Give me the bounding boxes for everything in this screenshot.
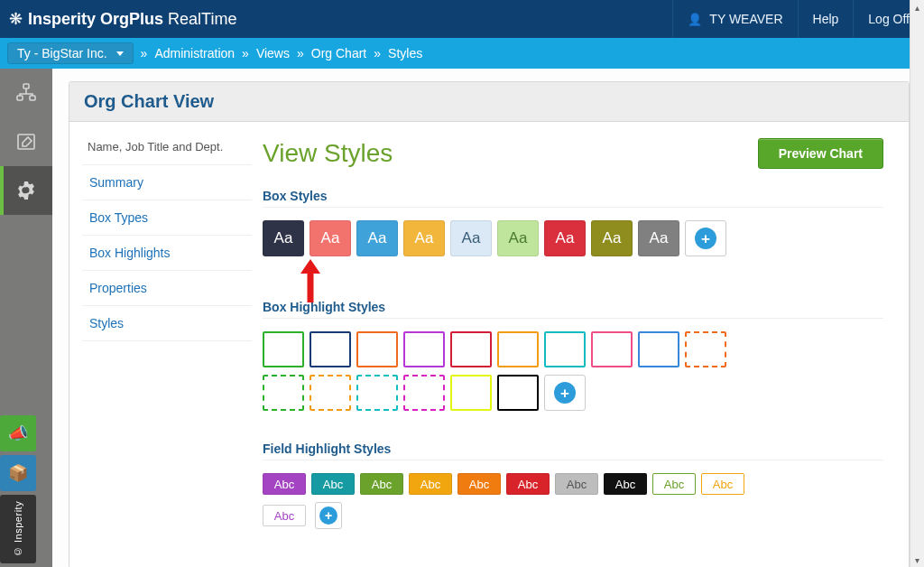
box-highlight-swatch[interactable] (263, 331, 304, 367)
box-style-swatch[interactable]: Aa (591, 220, 633, 256)
field-highlight-swatch[interactable]: Abc (409, 473, 452, 495)
box-highlight-row-1 (263, 331, 883, 367)
box-style-swatch[interactable]: Aa (310, 220, 351, 256)
box-highlight-row-2: + (263, 375, 883, 411)
box-highlight-swatch[interactable] (497, 331, 539, 367)
svg-rect-2 (30, 96, 35, 100)
edit-icon (15, 131, 37, 153)
app-logo: ❋ Insperity OrgPlus RealTime (0, 9, 236, 29)
help-link[interactable]: Help (798, 0, 854, 38)
box-style-swatch[interactable]: Aa (544, 220, 586, 256)
box-highlight-swatch[interactable] (403, 375, 445, 411)
box-highlight-swatch[interactable] (263, 375, 304, 411)
breadcrumb-bar: Ty - BigStar Inc. »Administration »Views… (0, 38, 924, 69)
megaphone-icon: 📣 (8, 423, 28, 443)
view-caption: Name, Job Title and Dept. (82, 140, 252, 164)
rail-orgchart[interactable] (0, 69, 52, 117)
plus-icon: + (319, 507, 337, 525)
box-highlight-swatch[interactable] (591, 331, 633, 367)
box-style-swatch[interactable]: Aa (263, 220, 304, 256)
section-box-styles: Box Styles (263, 189, 883, 203)
sidenav-styles[interactable]: Styles (82, 306, 252, 341)
rail-settings[interactable] (0, 166, 52, 215)
box-highlight-swatch[interactable] (356, 331, 398, 367)
field-highlight-swatch[interactable]: Abc (360, 473, 403, 495)
float-box[interactable]: 📦 (0, 455, 36, 491)
org-dropdown[interactable]: Ty - BigStar Inc. (7, 42, 134, 64)
org-name: Ty - BigStar Inc. (17, 46, 107, 60)
window-scrollbar[interactable]: ▴ ▾ (910, 0, 924, 567)
box-highlight-swatch[interactable] (310, 375, 351, 411)
box-highlight-swatch[interactable] (403, 331, 445, 367)
crumb-orgchart[interactable]: Org Chart (311, 46, 366, 60)
user-name: TY WEAVER (709, 12, 782, 26)
field-highlight-swatch[interactable]: Abc (506, 473, 550, 495)
plus-icon: + (554, 382, 576, 404)
add-box-highlight[interactable]: + (544, 375, 586, 411)
field-highlight-swatch[interactable]: Abc (652, 473, 696, 495)
sidenav-properties[interactable]: Properties (82, 271, 252, 306)
section-field-highlight-styles: Field Highlight Styles (263, 442, 883, 456)
box-highlight-swatch[interactable] (544, 331, 586, 367)
package-icon: 📦 (8, 463, 28, 483)
chevron-down-icon (116, 51, 124, 56)
box-highlight-swatch[interactable] (638, 331, 679, 367)
svg-rect-0 (23, 84, 29, 88)
org-chart-icon (15, 82, 37, 104)
box-highlight-swatch[interactable] (310, 331, 351, 367)
box-highlight-swatch[interactable] (450, 375, 492, 411)
float-announce[interactable]: 📣 (0, 415, 36, 451)
user-icon: 👤 (688, 13, 702, 26)
float-insperity[interactable]: © Insperity (0, 495, 36, 563)
gear-icon (15, 180, 37, 201)
box-highlight-swatch[interactable] (356, 375, 398, 411)
field-highlight-swatch[interactable]: Abc (604, 473, 647, 495)
plus-icon: + (695, 228, 716, 249)
box-highlight-swatch[interactable] (497, 375, 539, 411)
add-box-style[interactable]: + (685, 220, 726, 256)
svg-rect-1 (17, 96, 23, 100)
field-highlight-swatch[interactable]: Abc (555, 473, 598, 495)
box-style-swatch[interactable]: Aa (450, 220, 492, 256)
add-field-highlight[interactable]: + (315, 502, 342, 529)
left-rail: 📣 📦 © Insperity (0, 69, 52, 567)
sun-icon: ❋ (9, 9, 23, 29)
field-highlight-swatch[interactable]: Abc (457, 473, 501, 495)
section-box-highlight-styles: Box Highlight Styles (263, 300, 883, 314)
user-menu[interactable]: 👤 TY WEAVER (672, 0, 797, 38)
crumb-administration[interactable]: Administration (154, 46, 235, 60)
box-style-swatch[interactable]: Aa (403, 220, 445, 256)
box-styles-row: AaAaAaAaAaAaAaAaAa+ (263, 220, 883, 256)
field-highlight-swatch[interactable]: Abc (263, 505, 306, 526)
field-highlight-row-2: Abc+ (263, 502, 883, 529)
field-highlight-swatch[interactable]: Abc (263, 473, 306, 495)
sidenav-boxtypes[interactable]: Box Types (82, 200, 252, 236)
box-style-swatch[interactable]: Aa (638, 220, 679, 256)
page-title: View Styles (263, 139, 393, 168)
panel-title: Org Chart View (69, 82, 909, 122)
rail-edit[interactable] (0, 117, 52, 166)
field-highlight-swatch[interactable]: Abc (311, 473, 355, 495)
field-highlight-row-1: AbcAbcAbcAbcAbcAbcAbcAbcAbcAbc (263, 473, 883, 495)
box-highlight-swatch[interactable] (450, 331, 492, 367)
box-style-swatch[interactable]: Aa (356, 220, 398, 256)
crumb-styles[interactable]: Styles (388, 46, 422, 60)
sidenav-summary[interactable]: Summary (82, 165, 252, 200)
box-highlight-swatch[interactable] (685, 331, 726, 367)
preview-chart-button[interactable]: Preview Chart (758, 138, 883, 169)
field-highlight-swatch[interactable]: Abc (701, 473, 744, 495)
sidenav-boxhighlights[interactable]: Box Highlights (82, 236, 252, 271)
box-style-swatch[interactable]: Aa (497, 220, 539, 256)
crumb-views[interactable]: Views (256, 46, 290, 60)
